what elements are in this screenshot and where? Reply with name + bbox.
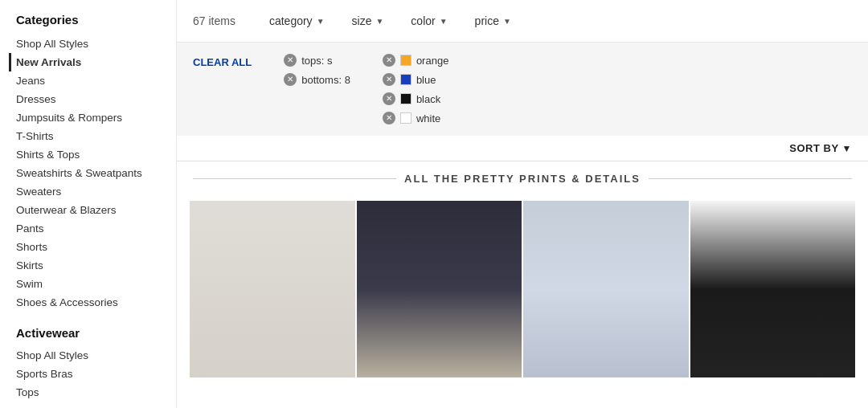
sidebar-item-shoes[interactable]: Shoes & Accessories bbox=[16, 293, 160, 312]
activewear-section: Activewear Shop All StylesSports BrasTop… bbox=[16, 326, 160, 402]
categories-section: Categories Shop All StylesNew ArrivalsJe… bbox=[16, 13, 160, 312]
remove-chip-bottoms-8[interactable]: ✕ bbox=[284, 73, 297, 86]
sidebar-item-sweatshirts[interactable]: Sweatshirts & Sweatpants bbox=[16, 164, 160, 182]
sidebar-item-pants[interactable]: Pants bbox=[16, 219, 160, 238]
sidebar-item-sports-bras[interactable]: Sports Bras bbox=[16, 365, 160, 383]
chip-white-swatch bbox=[400, 112, 411, 124]
filter-buttons: category ▼size ▼color ▼price ▼ bbox=[268, 11, 513, 31]
active-filters-area: CLEAR ALL ✕tops: s✕bottoms: 8 ✕orange✕bl… bbox=[177, 43, 868, 136]
chip-orange-swatch bbox=[400, 55, 411, 66]
banner: ALL THE PRETTY PRINTS & DETAILS bbox=[177, 161, 868, 193]
remove-chip-orange[interactable]: ✕ bbox=[383, 54, 395, 67]
sidebar-item-tshirts[interactable]: T-Shirts bbox=[16, 127, 160, 145]
sidebar-item-active-tops[interactable]: Tops bbox=[16, 383, 160, 402]
sort-bar: SORT BY ▼ bbox=[177, 136, 868, 161]
categories-links: Shop All StylesNew ArrivalsJeansDressesJ… bbox=[16, 35, 160, 312]
product-card-prod-3[interactable] bbox=[523, 201, 689, 377]
chevron-down-icon: ▼ bbox=[375, 17, 383, 26]
right-chips: ✕orange✕blue✕black✕white bbox=[383, 54, 448, 124]
product-image bbox=[690, 201, 856, 377]
chevron-down-icon: ▼ bbox=[503, 17, 511, 26]
sidebar-item-skirts[interactable]: Skirts bbox=[16, 256, 160, 275]
banner-line-left bbox=[193, 178, 396, 179]
chip-orange: ✕orange bbox=[383, 54, 448, 67]
sidebar-item-new-arrivals[interactable]: New Arrivals bbox=[9, 53, 160, 71]
chip-black-swatch bbox=[400, 93, 411, 104]
chip-white: ✕white bbox=[383, 112, 448, 124]
main-content: 67 items category ▼size ▼color ▼price ▼ … bbox=[177, 0, 868, 408]
product-card-prod-2[interactable] bbox=[357, 201, 522, 377]
sidebar-item-shop-all[interactable]: Shop All Styles bbox=[16, 35, 160, 53]
remove-chip-tops-s[interactable]: ✕ bbox=[284, 54, 297, 67]
activewear-links: Shop All StylesSports BrasTops bbox=[16, 346, 160, 402]
sidebar-item-outerwear[interactable]: Outerwear & Blazers bbox=[16, 201, 160, 219]
sidebar-item-shirts-tops[interactable]: Shirts & Tops bbox=[16, 145, 160, 164]
sidebar-item-shorts[interactable]: Shorts bbox=[16, 238, 160, 256]
remove-chip-white[interactable]: ✕ bbox=[383, 112, 395, 124]
chip-blue: ✕blue bbox=[383, 73, 448, 86]
chip-black: ✕black bbox=[383, 92, 448, 105]
category-filter-button[interactable]: category ▼ bbox=[268, 11, 326, 31]
banner-text: ALL THE PRETTY PRINTS & DETAILS bbox=[404, 173, 641, 185]
chevron-down-icon: ▼ bbox=[842, 143, 852, 154]
remove-chip-black[interactable]: ✕ bbox=[383, 92, 395, 105]
item-count: 67 items bbox=[193, 14, 235, 27]
clear-all-button[interactable]: CLEAR ALL bbox=[193, 54, 252, 68]
chevron-down-icon: ▼ bbox=[440, 17, 448, 26]
sidebar-item-jeans[interactable]: Jeans bbox=[16, 71, 160, 90]
price-filter-button[interactable]: price ▼ bbox=[473, 11, 513, 31]
sidebar-item-jumpsuits[interactable]: Jumpsuits & Rompers bbox=[16, 108, 160, 127]
product-card-prod-4[interactable] bbox=[690, 201, 856, 377]
sidebar-item-active-shop-all[interactable]: Shop All Styles bbox=[16, 346, 160, 365]
product-grid bbox=[177, 193, 868, 386]
chip-blue-swatch bbox=[400, 74, 411, 85]
sort-by-button[interactable]: SORT BY ▼ bbox=[789, 142, 852, 154]
product-card-prod-1[interactable] bbox=[190, 201, 355, 377]
sidebar-item-dresses[interactable]: Dresses bbox=[16, 90, 160, 108]
sidebar-item-swim[interactable]: Swim bbox=[16, 275, 160, 293]
sidebar: Categories Shop All StylesNew ArrivalsJe… bbox=[0, 0, 177, 408]
product-image bbox=[523, 201, 689, 377]
remove-chip-blue[interactable]: ✕ bbox=[383, 73, 395, 86]
chip-tops-s: ✕tops: s bbox=[284, 54, 350, 67]
color-filter-button[interactable]: color ▼ bbox=[409, 11, 448, 31]
size-filter-button[interactable]: size ▼ bbox=[350, 11, 386, 31]
activewear-title: Activewear bbox=[16, 326, 160, 340]
chip-bottoms-8: ✕bottoms: 8 bbox=[284, 73, 350, 86]
filter-bar: 67 items category ▼size ▼color ▼price ▼ bbox=[177, 0, 868, 43]
chevron-down-icon: ▼ bbox=[317, 17, 325, 26]
left-chips: ✕tops: s✕bottoms: 8 bbox=[284, 54, 350, 86]
product-image bbox=[357, 201, 522, 377]
product-image bbox=[190, 201, 355, 377]
categories-title: Categories bbox=[16, 13, 160, 27]
sidebar-item-sweaters[interactable]: Sweaters bbox=[16, 182, 160, 201]
banner-line-right bbox=[649, 178, 852, 179]
